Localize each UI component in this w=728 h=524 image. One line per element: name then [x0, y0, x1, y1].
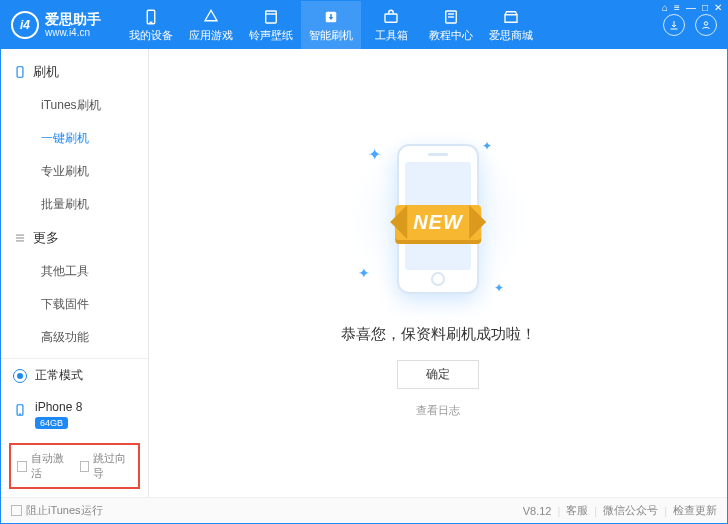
sidebar-item-othertools[interactable]: 其他工具 — [1, 255, 148, 288]
download-button[interactable] — [663, 14, 685, 36]
nav-label: 应用游戏 — [189, 28, 233, 43]
device-row[interactable]: iPhone 8 64GB — [1, 392, 148, 437]
brand-title: 爱思助手 — [45, 12, 101, 27]
group-title: 刷机 — [33, 63, 59, 81]
sparkle-icon: ✦ — [368, 145, 381, 164]
ok-button[interactable]: 确定 — [397, 360, 479, 389]
menu-icon[interactable]: ≡ — [674, 2, 680, 13]
sidebar: 刷机 iTunes刷机 一键刷机 专业刷机 批量刷机 更多 其他工具 下载固件 … — [1, 49, 149, 497]
sidebar-item-downloadfw[interactable]: 下载固件 — [1, 288, 148, 321]
view-log-link[interactable]: 查看日志 — [416, 403, 460, 418]
nav-label: 爱思商城 — [489, 28, 533, 43]
svg-rect-9 — [17, 67, 23, 78]
svg-point-8 — [704, 22, 708, 26]
block-itunes-checkbox[interactable]: 阻止iTunes运行 — [11, 503, 103, 518]
group-more[interactable]: 更多 — [1, 221, 148, 255]
sparkle-icon: ✦ — [358, 265, 370, 281]
more-icon — [13, 231, 27, 245]
success-illustration: ✦ ✦ ✦ ✦ NEW — [348, 129, 528, 309]
nav-label: 我的设备 — [129, 28, 173, 43]
mode-row[interactable]: 正常模式 — [1, 359, 148, 392]
block-itunes-label: 阻止iTunes运行 — [26, 503, 103, 518]
nav-mydevice[interactable]: 我的设备 — [121, 1, 181, 49]
new-ribbon: NEW — [395, 205, 481, 240]
device-name: iPhone 8 — [35, 400, 82, 414]
sidebar-item-advanced[interactable]: 高级功能 — [1, 321, 148, 354]
nav-flash[interactable]: 智能刷机 — [301, 1, 361, 49]
toolbox-icon — [382, 8, 400, 26]
nav-label: 铃声壁纸 — [249, 28, 293, 43]
version-label: V8.12 — [523, 505, 552, 517]
svg-rect-2 — [266, 11, 277, 23]
auto-activate-label: 自动激活 — [31, 451, 70, 481]
top-nav: 我的设备 应用游戏 铃声壁纸 智能刷机 工具箱 教程中心 — [121, 1, 653, 49]
nav-apps[interactable]: 应用游戏 — [181, 1, 241, 49]
status-bar: 阻止iTunes运行 V8.12 | 客服 | 微信公众号 | 检查更新 — [1, 497, 727, 523]
sidebar-item-oneclick[interactable]: 一键刷机 — [1, 122, 148, 155]
wechat-link[interactable]: 微信公众号 — [603, 503, 658, 518]
nav-ringtones[interactable]: 铃声壁纸 — [241, 1, 301, 49]
store-icon — [502, 8, 520, 26]
sidebar-item-batch[interactable]: 批量刷机 — [1, 188, 148, 221]
nav-tutorials[interactable]: 教程中心 — [421, 1, 481, 49]
close-icon[interactable]: ✕ — [714, 2, 722, 13]
logo: i4 爱思助手 www.i4.cn — [1, 1, 121, 49]
sparkle-icon: ✦ — [482, 139, 492, 153]
nav-toolbox[interactable]: 工具箱 — [361, 1, 421, 49]
group-flash[interactable]: 刷机 — [1, 55, 148, 89]
nav-label: 智能刷机 — [309, 28, 353, 43]
nav-label: 工具箱 — [375, 28, 408, 43]
brand-url: www.i4.cn — [45, 27, 101, 38]
main-panel: ✦ ✦ ✦ ✦ NEW 恭喜您，保资料刷机成功啦！ 确定 查看日志 — [149, 49, 727, 497]
apps-icon — [202, 8, 220, 26]
flash-icon — [322, 8, 340, 26]
logo-icon: i4 — [11, 11, 39, 39]
mode-dot-icon — [13, 369, 27, 383]
minimize-icon[interactable]: — — [686, 2, 696, 13]
svg-rect-4 — [385, 14, 397, 22]
success-message: 恭喜您，保资料刷机成功啦！ — [341, 325, 536, 344]
nav-store[interactable]: 爱思商城 — [481, 1, 541, 49]
mode-label: 正常模式 — [35, 367, 83, 384]
auto-activate-checkbox[interactable]: 自动激活 — [17, 451, 70, 481]
phone-icon — [142, 8, 160, 26]
phone-outline-icon — [13, 65, 27, 79]
device-icon — [13, 401, 27, 422]
support-link[interactable]: 客服 — [566, 503, 588, 518]
header: i4 爱思助手 www.i4.cn 我的设备 应用游戏 铃声壁纸 智能刷机 — [1, 1, 727, 49]
maximize-icon[interactable]: □ — [702, 2, 708, 13]
group-title: 更多 — [33, 229, 59, 247]
nav-label: 教程中心 — [429, 28, 473, 43]
book-icon — [442, 8, 460, 26]
bottom-options-highlight: 自动激活 跳过向导 — [9, 443, 140, 489]
skip-guide-label: 跳过向导 — [93, 451, 132, 481]
sparkle-icon: ✦ — [494, 281, 504, 295]
wallpaper-icon — [262, 8, 280, 26]
cart-icon[interactable]: ⌂ — [662, 2, 668, 13]
skip-guide-checkbox[interactable]: 跳过向导 — [80, 451, 133, 481]
account-button[interactable] — [695, 14, 717, 36]
storage-badge: 64GB — [35, 417, 68, 429]
update-link[interactable]: 检查更新 — [673, 503, 717, 518]
sidebar-item-pro[interactable]: 专业刷机 — [1, 155, 148, 188]
sidebar-item-itunes[interactable]: iTunes刷机 — [1, 89, 148, 122]
